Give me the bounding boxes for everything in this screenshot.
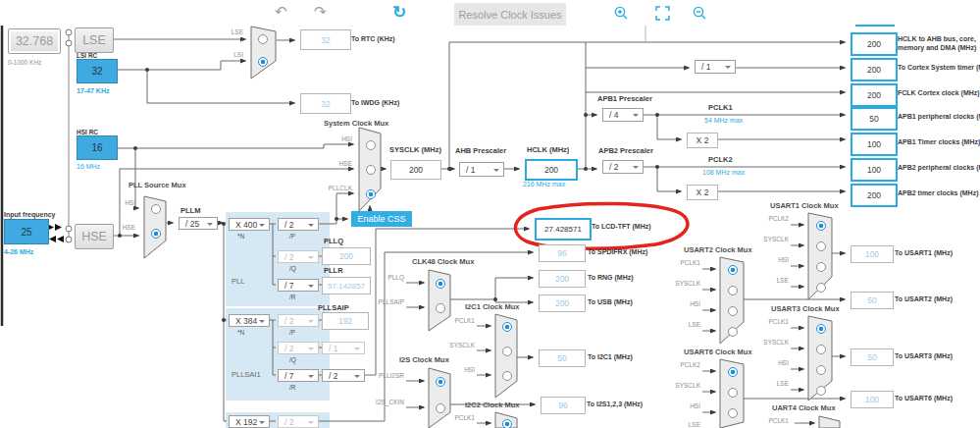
pllq-value-box: 200: [322, 247, 371, 265]
input-freq-range-label: 4-26 MHz: [4, 248, 33, 255]
i2s-radio-i2s-ckin[interactable]: [436, 403, 445, 413]
i2s-mux-title: I2S Clock Mux: [399, 355, 449, 364]
rtc-crystal-freq-input: 32.768: [8, 28, 61, 54]
undo-icon[interactable]: ↶: [275, 3, 287, 21]
plli2s-p-dropdown: / 2: [278, 415, 319, 428]
rtc-freq-range-label: 0-1000 KHz: [8, 59, 41, 66]
usart6-radio-hsi[interactable]: [728, 408, 738, 418]
usart3-radio-lse[interactable]: [816, 386, 826, 396]
sys-mux-radio-hse[interactable]: [366, 165, 376, 175]
usart6-radio-sysclk[interactable]: [728, 388, 738, 398]
i2c1-out-label: To I2C1 (MHz): [588, 353, 633, 360]
usart2-radio-hsi[interactable]: [728, 306, 738, 316]
i2c1-radio-hsi[interactable]: [502, 371, 512, 381]
apb2-periph-out-label: APB2 peripheral clocks (MHz): [898, 164, 980, 171]
pllsai-n-dropdown[interactable]: X 384: [229, 314, 270, 327]
apb2-prescaler-dropdown[interactable]: / 2: [602, 160, 644, 174]
cortex-prescaler-dropdown[interactable]: / 1: [695, 60, 736, 74]
i2c1-mux-title: I2C1 Clock Mux: [465, 302, 519, 311]
usb-out-box: 200: [539, 294, 586, 312]
usart1-radio-hsi[interactable]: [816, 262, 826, 272]
rtc-mux-radio-lse[interactable]: [258, 34, 268, 44]
usart2-radio-lse[interactable]: [728, 327, 738, 337]
zoom-out-icon[interactable]: [693, 6, 707, 25]
pll-n-sub: *N: [237, 233, 244, 240]
usart1-input-hsi: HSI: [763, 256, 789, 263]
uart4-mux-title: UART4 Clock Mux: [772, 403, 836, 412]
usart3-radio-hsi[interactable]: [816, 365, 826, 375]
usart2-mux-title: USART2 Clock Mux: [684, 245, 752, 254]
pll-r-dropdown[interactable]: / 7: [278, 279, 319, 292]
clk48-radio-pllq[interactable]: [436, 279, 445, 289]
i2s-out-label: To I2S1,2,3 (MHz): [587, 401, 643, 407]
usart3-radio-pclk1[interactable]: [816, 324, 826, 334]
usart2-radio-pclk1[interactable]: [728, 265, 738, 275]
sys-mux-radio-hsi[interactable]: [366, 140, 376, 150]
apb1-x2-box: X 2: [687, 133, 718, 148]
usart3-out-box: 50: [851, 348, 894, 366]
usart6-radio-pclk2[interactable]: [728, 367, 738, 377]
usart1-input-lse: LSE: [761, 277, 789, 284]
pllm-dropdown[interactable]: / 25: [179, 217, 218, 230]
uart4-input-pclk1: PCLK1: [759, 417, 789, 424]
i2c1-radio-sysclk[interactable]: [502, 347, 512, 356]
pll-q-sub: /Q: [289, 265, 296, 272]
lcd-tft-value-box[interactable]: 27.428571: [535, 218, 592, 241]
pll-p-dropdown[interactable]: / 2: [278, 218, 319, 231]
pllsai-r-dropdown[interactable]: / 7: [278, 369, 319, 382]
fit-view-icon[interactable]: [655, 6, 670, 25]
hclk-max-label: 216 MHz max: [523, 181, 565, 187]
usart3-radio-sysclk[interactable]: [816, 345, 826, 354]
pllsaip-label: PLLSAIP: [318, 303, 349, 312]
rng-out-label: To RNG (MHz): [588, 274, 634, 281]
pll-n-dropdown[interactable]: X 400: [229, 218, 270, 231]
pll-mux-radio-hse[interactable]: [151, 229, 161, 239]
apb1-timer-out-box[interactable]: 100: [851, 133, 898, 156]
clk48-input-pllsaip: PLLSAIP: [373, 298, 404, 305]
pllsai-divr-dropdown[interactable]: / 2: [322, 369, 365, 382]
fclk-out-box[interactable]: 200: [851, 83, 898, 107]
pllsai-r-sub: /R: [289, 384, 296, 391]
i2s-radio-plli2sr[interactable]: [436, 377, 445, 387]
clk48-radio-pllsaip[interactable]: [436, 303, 445, 313]
enable-css-button[interactable]: Enable CSS: [351, 211, 412, 227]
rtc-mux-input-lsi: LSI: [222, 51, 243, 58]
sys-mux-radio-pllclk[interactable]: [366, 189, 376, 199]
pll-mux-input-hse: HSE: [114, 224, 135, 231]
apb1-periph-out-box[interactable]: 50: [851, 107, 898, 131]
cortex-timer-out-label: To Cortex System timer (MHz): [898, 64, 980, 71]
redo-icon[interactable]: ↷: [314, 3, 327, 21]
usart1-radio-pclk2[interactable]: [816, 221, 826, 231]
usart2-radio-sysclk[interactable]: [728, 286, 738, 295]
pll-mux-radio-hsi[interactable]: [151, 204, 161, 214]
pllsai-name: PLLSAI1: [232, 370, 261, 379]
i2c1-radio-pclk1[interactable]: [502, 322, 512, 332]
apb2-periph-out-box[interactable]: 100: [851, 158, 898, 182]
lsi-value-box[interactable]: 32: [77, 59, 118, 83]
usart2-input-pclk1: PCLK1: [671, 259, 700, 266]
rtc-mux-radio-lsi[interactable]: [258, 57, 268, 67]
pll-name: PLL: [232, 277, 244, 286]
input-frequency-box[interactable]: 25: [4, 219, 49, 244]
hsi-range-label: 16 MHz: [77, 163, 100, 170]
pll-source-mux-title: PLL Source Mux: [129, 181, 186, 189]
hclk-ahb-out-box[interactable]: 200: [851, 32, 898, 56]
usart1-radio-sysclk[interactable]: [816, 241, 826, 251]
rtc-mux-input-lse: LSE: [222, 28, 243, 35]
ahb-prescaler-dropdown[interactable]: / 1: [459, 162, 504, 177]
usart1-radio-lse[interactable]: [816, 283, 826, 293]
apb1-prescaler-dropdown[interactable]: / 4: [602, 108, 644, 122]
i2c1-input-pclk1: PCLK1: [445, 317, 475, 324]
cortex-timer-out-box[interactable]: 200: [851, 58, 898, 81]
usart1-mux-title: USART1 Clock Mux: [770, 201, 839, 210]
hse-io-arrows: [47, 224, 64, 242]
hsi-value-box[interactable]: 16: [77, 135, 118, 160]
refresh-icon[interactable]: ↻: [392, 2, 406, 23]
plli2s-n-dropdown[interactable]: X 192: [229, 415, 270, 428]
hclk-value-box[interactable]: 200: [525, 159, 578, 181]
i2c2-radio-pclk1[interactable]: [502, 419, 512, 428]
apb2-timer-out-box[interactable]: 200: [851, 184, 898, 207]
zoom-in-icon[interactable]: [614, 6, 629, 25]
pllm-label: PLLM: [181, 206, 200, 215]
resolve-clock-issues-button[interactable]: Resolve Clock Issues: [454, 3, 566, 26]
